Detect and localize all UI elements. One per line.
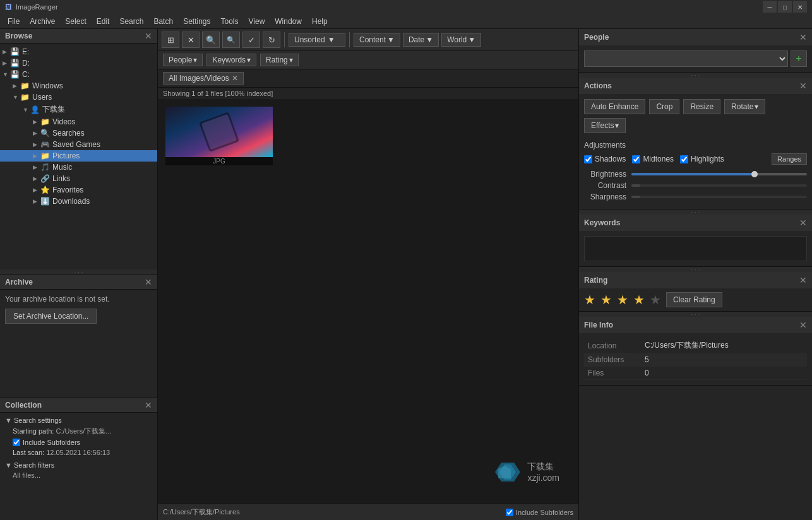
keywords-rating-resizer[interactable]: · · · — [579, 267, 812, 272]
tree-item-searches[interactable]: ▶ 🔍 Searches — [0, 127, 157, 139]
keywords-area[interactable] — [584, 236, 807, 261]
star-4[interactable]: ★ — [633, 292, 645, 307]
crop-button[interactable]: Crop — [649, 99, 679, 114]
star-5[interactable]: ★ — [650, 292, 661, 307]
include-subfolders-bottom-checkbox[interactable] — [506, 509, 513, 516]
thumb-svg — [165, 107, 273, 157]
menu-archive[interactable]: Archive — [25, 16, 60, 27]
image-label: JPG — [165, 157, 273, 165]
active-filter-close-button[interactable]: ✕ — [232, 74, 238, 82]
keywords-close-button[interactable]: ✕ — [799, 218, 807, 228]
sharpness-slider[interactable] — [631, 196, 807, 198]
view-select-button[interactable]: ✕ — [182, 32, 200, 48]
auto-enhance-button[interactable]: Auto Enhance — [584, 99, 645, 114]
actions-keywords-resizer[interactable]: · · · — [579, 210, 812, 215]
watermark-icon — [492, 459, 523, 485]
all-files-item[interactable]: All files... — [13, 470, 152, 480]
tree-item-favorites[interactable]: ▶ ⭐ Favorites — [0, 184, 157, 196]
menu-view[interactable]: View — [244, 16, 270, 27]
image-grid[interactable]: JPG 下载集xzji.com — [158, 99, 578, 504]
menu-window[interactable]: Window — [270, 16, 307, 27]
menu-file[interactable]: File — [3, 16, 25, 27]
tree-item-music[interactable]: ▶ 🎵 Music — [0, 162, 157, 173]
tree-item-downloads-cn[interactable]: ▼ 👤 下载集 — [0, 103, 157, 116]
people-close-button[interactable]: ✕ — [799, 32, 807, 42]
set-archive-location-button[interactable]: Set Archive Location... — [5, 309, 97, 324]
people-select[interactable] — [584, 50, 788, 67]
tree-item-downloads[interactable]: ▶ ⬇️ Downloads — [0, 196, 157, 207]
menu-batch[interactable]: Batch — [148, 16, 178, 27]
tree-item-c[interactable]: ▼ 💾 C: — [0, 69, 157, 80]
archive-close-button[interactable]: ✕ — [145, 278, 152, 287]
tree-item-pictures[interactable]: ▶ 📁 Pictures — [0, 150, 157, 162]
include-subfolders-checkbox[interactable] — [13, 439, 20, 446]
rating-fileinfo-resizer[interactable]: · · · — [579, 312, 812, 317]
content-filter-button[interactable]: Content ▼ — [354, 33, 400, 47]
rating-section: Rating ✕ ★ ★ ★ ★ ★ Clear Rating — [579, 272, 812, 312]
people-filter-button[interactable]: People ▾ — [163, 54, 203, 66]
menu-settings[interactable]: Settings — [178, 16, 215, 27]
menu-tools[interactable]: Tools — [215, 16, 243, 27]
star-2[interactable]: ★ — [600, 292, 612, 307]
keywords-filter-button[interactable]: Keywords ▾ — [206, 54, 256, 66]
tree-item-d[interactable]: ▶ 💾 D: — [0, 57, 157, 69]
arrow-icon: ▶ — [33, 119, 40, 125]
resize-button[interactable]: Resize — [683, 99, 720, 114]
file-info-subfolders-row: Subfolders 5 — [584, 353, 807, 367]
rating-filter-button[interactable]: Rating ▾ — [260, 54, 299, 66]
menu-search[interactable]: Search — [114, 16, 148, 27]
highlights-checkbox[interactable] — [680, 155, 688, 163]
effects-button[interactable]: Effects ▾ — [584, 118, 626, 133]
collection-close-button[interactable]: ✕ — [145, 401, 152, 410]
minimize-button[interactable]: ─ — [763, 1, 777, 13]
keywords-filter-arrow: ▾ — [247, 56, 251, 64]
star-3[interactable]: ★ — [617, 292, 628, 307]
browse-resizer[interactable]: · · · — [0, 269, 157, 275]
world-filter-button[interactable]: World ▼ — [441, 33, 481, 47]
date-filter-button[interactable]: Date ▼ — [403, 33, 439, 47]
people-add-button[interactable]: + — [791, 50, 807, 67]
maximize-button[interactable]: □ — [778, 1, 792, 13]
zoom-out-button[interactable]: 🔍 — [222, 32, 240, 48]
zoom-in-button[interactable]: 🔍 — [202, 32, 220, 48]
rotate-button[interactable]: Rotate ▾ — [724, 99, 765, 114]
shadows-checkbox[interactable] — [584, 155, 592, 163]
file-info-close-button[interactable]: ✕ — [799, 320, 807, 330]
star-1[interactable]: ★ — [584, 292, 595, 307]
midtones-checkbox[interactable] — [632, 155, 640, 163]
collection-search-settings[interactable]: ▼ Search settings — [5, 415, 152, 425]
close-button[interactable]: ✕ — [793, 1, 807, 13]
rating-close-button[interactable]: ✕ — [799, 275, 807, 285]
check-button[interactable]: ✓ — [242, 32, 260, 48]
tree-item-windows[interactable]: ▶ 📁 Windows — [0, 80, 157, 92]
menu-select[interactable]: Select — [60, 16, 91, 27]
menu-help[interactable]: Help — [307, 16, 333, 27]
clear-rating-button[interactable]: Clear Rating — [666, 292, 722, 307]
file-info-section-header: File Info ✕ — [579, 317, 812, 333]
brightness-thumb[interactable] — [751, 171, 758, 177]
contrast-slider[interactable] — [631, 184, 807, 187]
brightness-fill — [631, 173, 755, 175]
svg-marker-5 — [498, 466, 511, 478]
actions-close-button[interactable]: ✕ — [799, 81, 807, 91]
center-panel: ⊞ ✕ 🔍 🔍 ✓ ↻ Unsorted ▼ Content ▼ Date ▼ … — [158, 29, 578, 520]
brightness-slider[interactable] — [631, 173, 807, 175]
browse-close-button[interactable]: ✕ — [145, 32, 152, 40]
image-thumbnail[interactable]: JPG — [164, 105, 274, 167]
sort-dropdown[interactable]: Unsorted ▼ — [289, 33, 345, 47]
menu-edit[interactable]: Edit — [92, 16, 115, 27]
tree-item-links[interactable]: ▶ 🔗 Links — [0, 173, 157, 184]
tree-item-e[interactable]: ▶ 💾 E: — [0, 46, 157, 57]
refresh-button[interactable]: ↻ — [263, 32, 280, 48]
ranges-button[interactable]: Ranges — [772, 153, 807, 165]
tree-item-saved-games[interactable]: ▶ 🎮 Saved Games — [0, 139, 157, 150]
search-filters-label: Search filters — [14, 461, 54, 469]
view-grid-button[interactable]: ⊞ — [162, 32, 179, 48]
thumbnail-image — [165, 107, 273, 157]
file-info-location-row: Location C:/Users/下载集/Pictures — [584, 338, 807, 353]
collection-search-filters[interactable]: ▼ Search filters — [5, 460, 152, 470]
browse-tree[interactable]: ▶ 💾 E: ▶ 💾 D: ▼ 💾 C: ▶ — [0, 44, 157, 269]
tree-item-videos[interactable]: ▶ 📁 Videos — [0, 116, 157, 127]
people-actions-resizer[interactable]: · · · — [579, 73, 812, 78]
tree-item-users[interactable]: ▼ 📁 Users — [0, 92, 157, 103]
